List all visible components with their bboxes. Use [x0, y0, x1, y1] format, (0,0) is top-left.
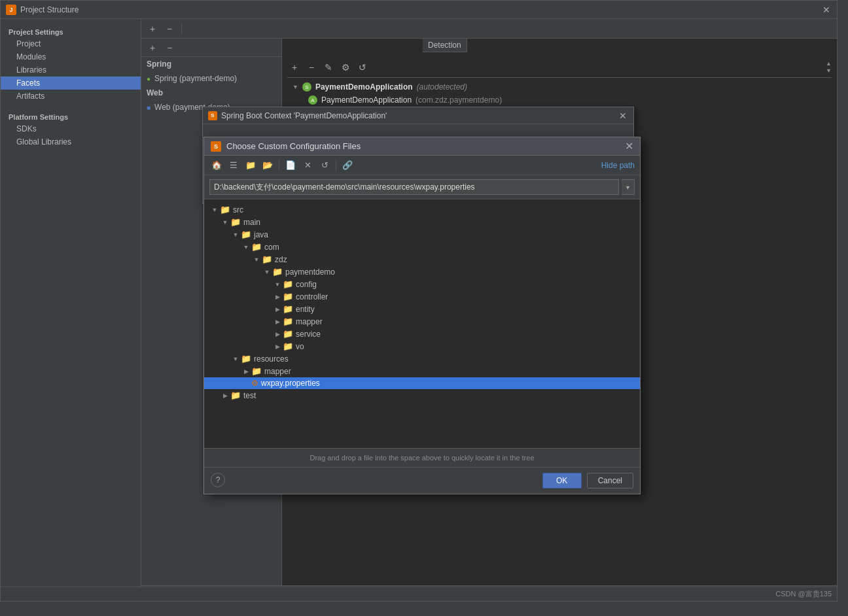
- spring-label: Spring: [147, 60, 171, 69]
- config-folder-icon: 📁: [283, 279, 293, 289]
- tree-node-src[interactable]: ▼ 📁 src: [204, 203, 640, 216]
- path-row: ▾: [204, 175, 640, 199]
- toolbar-separator: [181, 24, 182, 34]
- java-arrow: ▼: [230, 231, 241, 238]
- tree-node-mapper-java[interactable]: ▶ 📁 mapper: [204, 315, 640, 328]
- config-settings-btn[interactable]: ⚙: [338, 60, 353, 75]
- tree-node-vo[interactable]: ▶ 📁 vo: [204, 340, 640, 352]
- tree-node-java[interactable]: ▼ 📁 java: [204, 228, 640, 241]
- tree-node-zdz[interactable]: ▼ 📁 zdz: [204, 253, 640, 265]
- app-package: (com.zdz.paymentdemo): [415, 95, 502, 105]
- scroll-up-btn[interactable]: ▲: [826, 60, 832, 67]
- file-new-btn[interactable]: 📄: [283, 158, 298, 173]
- spring-dialog-icon: S: [208, 111, 217, 120]
- sidebar-item-facets[interactable]: Facets: [1, 77, 141, 90]
- drag-hint: Drag and drop a file into the space abov…: [204, 448, 640, 467]
- com-folder-icon: 📁: [251, 242, 262, 252]
- config-add-btn[interactable]: +: [287, 60, 302, 75]
- zdz-arrow: ▼: [251, 256, 262, 263]
- entity-folder-icon: 📁: [283, 304, 293, 314]
- platform-settings-section: Platform Settings: [1, 109, 141, 122]
- window-close-button[interactable]: ✕: [821, 5, 832, 15]
- file-tree-area: ▼ 📁 src ▼ 📁 main ▼ 📁 java ▼: [204, 199, 640, 448]
- spring-boot-icon: S: [302, 82, 311, 92]
- service-label: service: [296, 330, 321, 339]
- tree-node-main[interactable]: ▼ 📁 main: [204, 216, 640, 228]
- spring-dialog-close[interactable]: ✕: [618, 111, 628, 121]
- tree-node-com[interactable]: ▼ 📁 com: [204, 241, 640, 253]
- vo-folder-icon: 📁: [283, 341, 293, 351]
- mapper-resources-folder-icon: 📁: [251, 366, 262, 376]
- scroll-down-btn[interactable]: ▼: [826, 67, 832, 74]
- sidebar-item-modules[interactable]: Modules: [1, 50, 141, 63]
- tree-node-entity[interactable]: ▶ 📁 entity: [204, 303, 640, 315]
- app-class-entry[interactable]: A PaymentDemoApplication (com.zdz.paymen…: [287, 94, 832, 107]
- left-add-btn[interactable]: +: [145, 41, 160, 55]
- sidebar-item-global-libraries[interactable]: Global Libraries: [1, 135, 141, 148]
- tree-node-config[interactable]: ▼ 📁 config: [204, 278, 640, 290]
- tree-node-paymentdemo[interactable]: ▼ 📁 paymentdemo: [204, 265, 640, 278]
- detection-tab[interactable]: Detection: [423, 39, 467, 52]
- mapper-java-folder-icon: 📁: [283, 317, 293, 326]
- paymentdemo-arrow: ▼: [262, 269, 272, 275]
- spring-item[interactable]: ● Spring (payment-demo): [141, 71, 281, 86]
- add-button[interactable]: +: [145, 22, 160, 36]
- app-class-icon: A: [308, 95, 317, 105]
- config-remove-btn[interactable]: −: [304, 60, 319, 75]
- tree-node-mapper-resources[interactable]: ▶ 📁 mapper: [204, 365, 640, 377]
- config-edit-btn[interactable]: ✎: [321, 60, 336, 75]
- hide-path-button[interactable]: Hide path: [601, 161, 635, 170]
- choose-ok-button[interactable]: OK: [542, 473, 582, 488]
- entity-arrow: ▶: [272, 306, 283, 313]
- sidebar-item-libraries[interactable]: Libraries: [1, 63, 141, 77]
- left-panel-toolbar: + −: [141, 39, 281, 57]
- bottom-text: CSDN @富贵135: [775, 589, 832, 599]
- main-folder-icon: 📁: [230, 217, 241, 227]
- spring-item-label: Spring (payment-demo): [154, 74, 237, 83]
- test-folder-icon: 📁: [230, 390, 241, 400]
- sidebar-item-project[interactable]: Project: [1, 37, 141, 50]
- src-label: src: [233, 205, 243, 214]
- paymentdemo-label: paymentdemo: [285, 267, 335, 277]
- spacer: [230, 473, 537, 488]
- vo-arrow: ▶: [272, 343, 283, 350]
- test-label: test: [243, 391, 256, 400]
- choose-cancel-button[interactable]: Cancel: [587, 473, 633, 488]
- sidebar-item-artifacts[interactable]: Artifacts: [1, 90, 141, 103]
- sidebar-item-sdks[interactable]: SDKs: [1, 122, 141, 135]
- path-dropdown-btn[interactable]: ▾: [622, 179, 635, 195]
- zdz-label: zdz: [275, 255, 287, 264]
- resources-label: resources: [254, 354, 289, 364]
- config-arrow: ▼: [272, 281, 283, 288]
- tree-node-controller[interactable]: ▶ 📁 controller: [204, 290, 640, 303]
- file-delete-btn[interactable]: ✕: [300, 158, 315, 173]
- file-list-btn[interactable]: ☰: [226, 158, 241, 173]
- autodetected-label: (autodetected): [417, 82, 467, 92]
- remove-button[interactable]: −: [162, 22, 177, 36]
- tree-node-wxpay[interactable]: ▶ ⚙ wxpay.properties: [204, 377, 640, 389]
- choose-dialog-close[interactable]: ✕: [625, 140, 633, 152]
- path-input[interactable]: [209, 179, 619, 195]
- tree-node-test[interactable]: ▶ 📁 test: [204, 389, 640, 402]
- test-arrow: ▶: [220, 392, 230, 399]
- help-button[interactable]: ?: [211, 473, 225, 487]
- file-link-btn[interactable]: 🔗: [340, 158, 355, 173]
- resources-arrow: ▼: [230, 356, 241, 362]
- tree-node-resources[interactable]: ▼ 📁 resources: [204, 352, 640, 365]
- config-refresh-btn[interactable]: ↺: [355, 60, 370, 75]
- zdz-folder-icon: 📁: [262, 254, 272, 264]
- com-label: com: [264, 243, 279, 252]
- spring-section[interactable]: Spring: [141, 57, 281, 71]
- app-class-name: PaymentDemoApplication: [321, 95, 412, 105]
- web-section[interactable]: Web: [141, 86, 281, 100]
- file-folder2-btn[interactable]: 📂: [260, 158, 275, 173]
- main-window: J Project Structure ✕ Project Settings P…: [0, 0, 838, 602]
- file-refresh-btn[interactable]: ↺: [317, 158, 332, 173]
- left-remove-btn[interactable]: −: [162, 41, 177, 55]
- project-settings-section: Project Settings: [1, 24, 141, 37]
- paymentdemo-folder-icon: 📁: [272, 267, 283, 277]
- file-home-btn[interactable]: 🏠: [209, 158, 224, 173]
- tree-node-service[interactable]: ▶ 📁 service: [204, 328, 640, 340]
- file-folder-btn[interactable]: 📁: [243, 158, 258, 173]
- app-entry[interactable]: ▼ S PaymentDemoApplication (autodetected…: [287, 80, 832, 94]
